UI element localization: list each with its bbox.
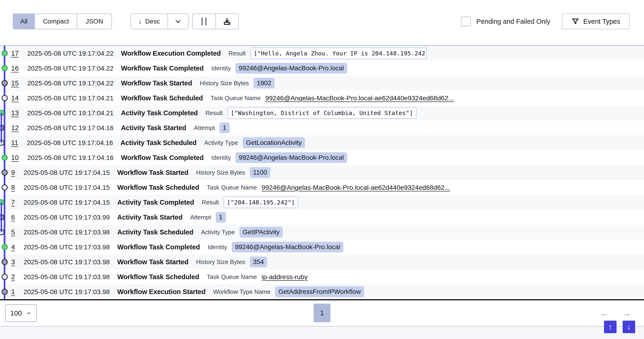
event-detail-value: 99246@Angelas-MacBook-Pro.local-ae62d440… (262, 184, 450, 191)
event-timestamp: 2025-05-08 UTC 19:17:04.22 (27, 79, 114, 87)
event-id-link[interactable]: 7 (11, 199, 15, 206)
event-row[interactable]: 42025-05-08 UTC 19:17:03.98Workflow Task… (0, 240, 644, 254)
event-detail-value: 1100 (250, 167, 270, 178)
chevron-down-icon (26, 310, 32, 316)
event-row[interactable]: 172025-05-08 UTC 19:17:04.22Workflow Exe… (0, 46, 644, 61)
event-row[interactable]: 82025-05-08 UTC 19:17:04.15Workflow Task… (0, 180, 644, 195)
event-name: Activity Task Completed (117, 199, 194, 206)
event-id-link[interactable]: 15 (11, 79, 18, 87)
event-id-link[interactable]: 3 (11, 258, 15, 266)
download-button[interactable] (216, 14, 238, 29)
event-timestamp: 2025-05-08 UTC 19:17:04.21 (27, 109, 114, 117)
tab-json[interactable]: JSON (77, 14, 112, 29)
event-detail-value: 99246@Angelas-MacBook-Pro.local (236, 152, 347, 163)
event-timestamp: 2025-05-08 UTC 19:17:04.22 (27, 65, 114, 72)
event-id-link[interactable]: 6 (11, 213, 15, 221)
event-row[interactable]: 62025-05-08 UTC 19:17:03.99Activity Task… (0, 210, 644, 225)
pause-icon (202, 18, 206, 25)
event-id-link[interactable]: 4 (11, 243, 15, 251)
scroll-to-top-button[interactable]: ↑ (604, 320, 616, 333)
event-row[interactable]: 52025-05-08 UTC 19:17:03.98Activity Task… (0, 225, 644, 240)
previous-page-button[interactable]: ← (600, 309, 609, 317)
event-detail-label: Result (228, 50, 246, 57)
event-detail-value: 99246@Angelas-MacBook-Pro.local (232, 242, 344, 252)
event-row[interactable]: 162025-05-08 UTC 19:17:04.22Workflow Tas… (0, 61, 644, 76)
event-id-link[interactable]: 16 (11, 65, 18, 72)
event-id-link[interactable]: 2 (11, 273, 15, 281)
event-detail-label: Identity (208, 243, 227, 251)
sort-options-dropdown-button[interactable] (168, 14, 188, 29)
event-detail-badge: GetLocationActivity (243, 137, 305, 148)
event-row[interactable]: 32025-05-08 UTC 19:17:03.98Workflow Task… (0, 254, 644, 269)
task-queue-link[interactable]: 99246@Angelas-MacBook-Pro.local-ae62d440… (265, 94, 454, 102)
task-queue-link[interactable]: 99246@Angelas-MacBook-Pro.local-ae62d440… (262, 184, 450, 191)
event-types-filter-button[interactable]: Event Types (562, 14, 630, 29)
event-timestamp: 2025-05-08 UTC 19:17:04.22 (27, 50, 114, 57)
toolbar-right-cluster: Pending and Failed Only Event Types (461, 14, 630, 29)
event-detail-label: History Size Bytes (196, 258, 245, 266)
current-page-button[interactable]: 1 (314, 304, 330, 322)
bottom-strip (0, 326, 644, 339)
event-detail-label: Result (202, 199, 219, 206)
arrow-left-icon: ← (600, 308, 609, 318)
event-detail-label: Activity Type (201, 229, 235, 236)
event-id-link[interactable]: 11 (11, 139, 18, 147)
event-detail-label: Activity Type (204, 139, 238, 146)
event-detail-label: Identity (211, 65, 231, 72)
tab-all[interactable]: All (13, 14, 34, 29)
scroll-to-bottom-button[interactable]: ↓ (622, 320, 635, 333)
event-detail-badge: 99246@Angelas-MacBook-Pro.local (236, 63, 347, 74)
event-detail-value: 1 (216, 212, 226, 223)
page-size-select[interactable]: 100 (5, 304, 37, 322)
event-row[interactable]: 132025-05-08 UTC 19:17:04.21Activity Tas… (0, 106, 644, 120)
event-detail-value: 354 (250, 257, 267, 267)
pending-failed-checkbox[interactable] (461, 17, 471, 26)
event-detail-value: 99246@Angelas-MacBook-Pro.local (236, 63, 347, 74)
event-detail-label: Workflow Type Name (213, 288, 270, 295)
event-id-link[interactable]: 17 (11, 50, 18, 57)
event-timestamp: 2025-05-08 UTC 19:17:03.98 (24, 228, 110, 236)
event-row[interactable]: 72025-05-08 UTC 19:17:04.15Activity Task… (0, 195, 644, 210)
event-row[interactable]: 142025-05-08 UTC 19:17:04.21Workflow Tas… (0, 91, 644, 106)
pause-button[interactable] (193, 14, 216, 29)
event-id-link[interactable]: 10 (11, 154, 18, 162)
event-row[interactable]: 12025-05-08 UTC 19:17:03.98Workflow Exec… (0, 284, 644, 299)
sort-direction-button[interactable]: ↓ Desc (131, 14, 168, 29)
event-row[interactable]: 92025-05-08 UTC 19:17:04.15Workflow Task… (0, 165, 644, 180)
event-row[interactable]: 152025-05-08 UTC 19:17:04.22Workflow Tas… (0, 76, 644, 91)
next-page-button[interactable]: → (622, 309, 631, 317)
sort-button-group: ↓ Desc (130, 14, 188, 29)
event-name: Workflow Execution Started (117, 288, 206, 296)
event-detail-value: ["Hello, Angela Zhou. Your IP is 204.148… (250, 48, 427, 59)
event-timestamp: 2025-05-08 UTC 19:17:04.21 (27, 94, 114, 102)
event-detail-label: History Size Bytes (196, 169, 245, 176)
event-id-link[interactable]: 1 (11, 288, 15, 296)
task-queue-link[interactable]: ip-address-ruby (262, 273, 308, 281)
tab-json-label: JSON (86, 18, 103, 25)
download-icon (223, 17, 232, 26)
event-row[interactable]: 22025-05-08 UTC 19:17:03.98Workflow Task… (0, 269, 644, 284)
event-name: Workflow Task Started (117, 258, 188, 266)
event-id-link[interactable]: 5 (11, 228, 15, 236)
event-id-link[interactable]: 8 (11, 184, 15, 191)
event-timestamp: 2025-05-08 UTC 19:17:03.98 (24, 258, 110, 266)
arrow-down-icon: ↓ (138, 18, 142, 25)
event-row[interactable]: 112025-05-08 UTC 19:17:04.16Activity Tas… (0, 135, 644, 150)
event-detail-badge: 1100 (250, 167, 270, 178)
event-id-link[interactable]: 14 (11, 94, 18, 102)
event-row[interactable]: 102025-05-08 UTC 19:17:04.16Workflow Tas… (0, 150, 644, 165)
tab-compact[interactable]: Compact (34, 14, 77, 29)
event-name: Workflow Task Scheduled (117, 184, 199, 191)
event-detail-value: 1902 (254, 78, 274, 89)
event-detail-label: Result (206, 109, 223, 117)
event-timestamp: 2025-05-08 UTC 19:17:04.16 (27, 124, 114, 132)
event-id-link[interactable]: 9 (11, 169, 15, 176)
event-timestamp: 2025-05-08 UTC 19:17:04.15 (24, 169, 110, 176)
event-history-table: 172025-05-08 UTC 19:17:04.22Workflow Exe… (0, 46, 644, 299)
pager-arrows: ← → (600, 309, 631, 317)
event-name: Activity Task Started (117, 213, 183, 221)
event-id-link[interactable]: 12 (11, 124, 18, 132)
event-row[interactable]: 122025-05-08 UTC 19:17:04.16Activity Tas… (0, 120, 644, 135)
event-id-link[interactable]: 13 (11, 109, 18, 117)
event-name: Workflow Task Started (121, 79, 192, 87)
